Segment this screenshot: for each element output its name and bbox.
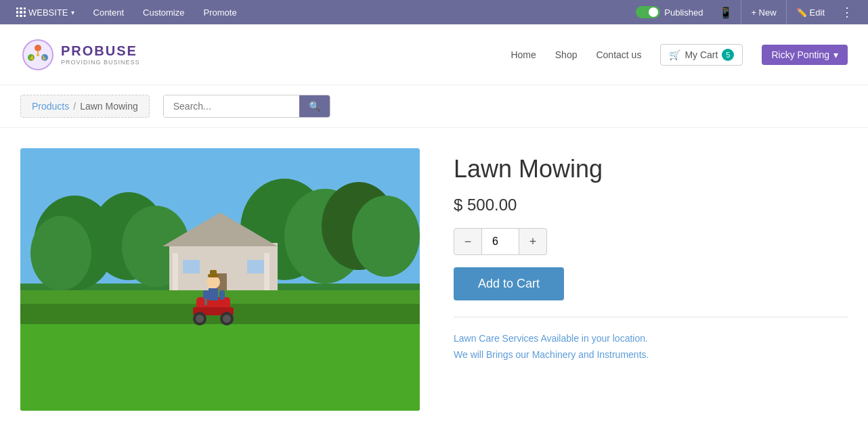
breadcrumb-current-page: Lawn Mowing bbox=[80, 101, 138, 112]
pencil-icon: ✏️ bbox=[796, 7, 807, 18]
user-name: Ricky Ponting bbox=[771, 49, 829, 60]
nav-contact[interactable]: Contact us bbox=[596, 49, 641, 60]
svg-rect-25 bbox=[20, 324, 420, 411]
breadcrumb-bar: Products / Lawn Mowing 🔍 bbox=[0, 85, 868, 128]
cart-icon: 🛒 bbox=[669, 49, 680, 60]
svg-rect-38 bbox=[204, 298, 207, 305]
product-description-line1: Lawn Care Services Available in your loc… bbox=[454, 331, 848, 347]
mobile-preview-icon[interactable]: 📱 bbox=[711, 6, 741, 19]
more-options-icon[interactable]: ⋮ bbox=[834, 5, 860, 20]
new-button[interactable]: + New bbox=[741, 0, 786, 24]
edit-button[interactable]: ✏️ Edit bbox=[787, 0, 834, 24]
search-icon: 🔍 bbox=[309, 101, 320, 112]
site-header: PROBUSE PROVIDING BUSINESS Home Shop Con… bbox=[0, 24, 868, 85]
published-toggle-container: Published bbox=[628, 6, 711, 18]
search-bar: 🔍 bbox=[163, 95, 330, 118]
promote-menu[interactable]: Promote bbox=[195, 0, 244, 24]
cart-button[interactable]: 🛒 My Cart 5 bbox=[660, 44, 743, 66]
logo-sub: PROVIDING BUSINESS bbox=[61, 59, 140, 66]
main-nav: Home Shop Contact us 🛒 My Cart 5 Ricky P… bbox=[511, 44, 848, 66]
search-input[interactable] bbox=[164, 95, 299, 117]
quantity-row: − + bbox=[454, 228, 848, 255]
product-image-container bbox=[20, 148, 420, 411]
product-image bbox=[20, 148, 420, 411]
user-menu-button[interactable]: Ricky Ponting ▾ bbox=[762, 45, 848, 65]
svg-point-15 bbox=[352, 196, 420, 277]
breadcrumb: Products / Lawn Mowing bbox=[20, 95, 150, 118]
nav-home[interactable]: Home bbox=[511, 49, 536, 60]
product-details: Lawn Mowing $ 500.00 − + Add to Cart Law… bbox=[454, 148, 848, 411]
quantity-decrease-button[interactable]: − bbox=[454, 228, 482, 255]
user-chevron-icon: ▾ bbox=[833, 49, 838, 60]
svg-point-9 bbox=[30, 216, 91, 290]
website-chevron-icon: ▾ bbox=[71, 9, 74, 16]
search-button[interactable]: 🔍 bbox=[299, 95, 330, 117]
add-to-cart-button[interactable]: Add to Cart bbox=[454, 267, 564, 300]
website-label: WEBSITE bbox=[28, 7, 68, 18]
content-menu[interactable]: Content bbox=[85, 0, 133, 24]
svg-rect-19 bbox=[247, 260, 264, 273]
breadcrumb-products-link[interactable]: Products bbox=[32, 101, 69, 112]
cart-label: My Cart bbox=[685, 49, 718, 60]
svg-point-29 bbox=[196, 315, 204, 323]
svg-rect-35 bbox=[210, 270, 217, 275]
admin-bar: WEBSITE ▾ Content Customize Promote Publ… bbox=[0, 0, 868, 24]
cart-count-badge: 5 bbox=[722, 49, 734, 61]
svg-rect-18 bbox=[183, 260, 200, 273]
quantity-increase-button[interactable]: + bbox=[519, 228, 547, 255]
svg-rect-37 bbox=[219, 290, 225, 300]
logo-text: PROBUSE PROVIDING BUSINESS bbox=[61, 43, 140, 66]
svg-rect-33 bbox=[209, 288, 218, 300]
product-title: Lawn Mowing bbox=[454, 155, 848, 183]
quantity-input[interactable] bbox=[482, 228, 519, 255]
website-icon bbox=[16, 7, 26, 17]
website-menu[interactable]: WEBSITE ▾ bbox=[8, 0, 83, 24]
main-content: Lawn Mowing $ 500.00 − + Add to Cart Law… bbox=[0, 128, 868, 429]
breadcrumb-separator: / bbox=[73, 101, 76, 112]
customize-menu[interactable]: Customize bbox=[135, 0, 192, 24]
logo-area: PROBUSE PROVIDING BUSINESS bbox=[20, 37, 511, 72]
svg-rect-36 bbox=[203, 290, 209, 300]
product-description: Lawn Care Services Available in your loc… bbox=[454, 331, 848, 363]
product-description-line2: We will Brings our Machinery and Instrum… bbox=[454, 347, 848, 363]
product-divider bbox=[454, 317, 848, 317]
published-toggle[interactable] bbox=[636, 6, 660, 18]
logo-icon bbox=[20, 37, 56, 72]
nav-shop[interactable]: Shop bbox=[555, 49, 578, 60]
product-price: $ 500.00 bbox=[454, 196, 848, 214]
logo-name: PROBUSE bbox=[61, 43, 140, 59]
svg-point-31 bbox=[223, 315, 231, 323]
published-label: Published bbox=[664, 7, 703, 18]
